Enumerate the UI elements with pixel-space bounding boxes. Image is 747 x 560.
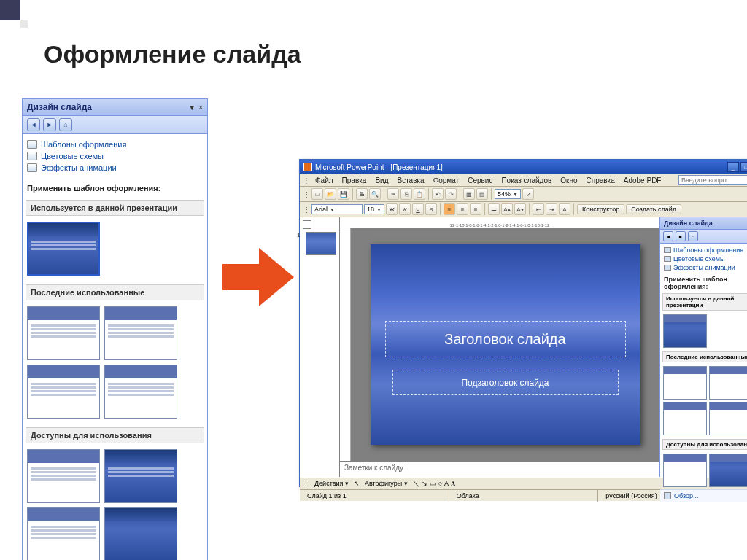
subtitle-placeholder[interactable]: Подзаголовок слайда	[392, 370, 619, 395]
slide-thumbnail-1[interactable]	[306, 232, 336, 255]
nav-back-icon[interactable]: ◄	[663, 231, 673, 241]
arrow-icon[interactable]: ↘	[422, 480, 427, 487]
bullets-icon[interactable]: ≔	[488, 203, 500, 215]
status-template-name: Облака	[449, 490, 599, 502]
template-thumb[interactable]	[709, 402, 747, 435]
wordart-icon[interactable]: 𝐀	[451, 480, 456, 488]
cut-icon[interactable]: ✂	[387, 188, 399, 200]
italic-icon[interactable]: К	[399, 203, 411, 215]
link-color-schemes[interactable]: Цветовые схемы	[27, 150, 203, 162]
bold-icon[interactable]: Ж	[386, 203, 398, 215]
maximize-button[interactable]: □	[740, 162, 747, 172]
window-titlebar: Microsoft PowerPoint - [Презентация1] _ …	[300, 160, 747, 174]
link-design-templates[interactable]: Шаблоны оформления	[27, 139, 203, 150]
font-color-icon[interactable]: A	[559, 203, 570, 215]
copy-icon[interactable]: ⎘	[400, 188, 412, 200]
menu-file[interactable]: Файл	[311, 176, 337, 185]
template-thumb[interactable]	[663, 454, 707, 487]
menu-adobe-pdf[interactable]: Adobe PDF	[620, 176, 665, 185]
outline-tab-icon[interactable]	[303, 220, 311, 229]
menu-view[interactable]: Вид	[371, 176, 392, 185]
align-right-icon[interactable]: ≡	[470, 203, 481, 215]
taskpane-close-icon[interactable]: ×	[198, 104, 203, 112]
font-name-combo[interactable]: Arial▼	[311, 204, 363, 214]
template-thumb-current[interactable]	[663, 314, 707, 348]
menu-tools[interactable]: Сервис	[464, 176, 496, 185]
template-thumb[interactable]	[27, 306, 100, 360]
template-thumb[interactable]	[104, 508, 177, 560]
menu-format[interactable]: Формат	[430, 176, 463, 185]
menu-slideshow[interactable]: Показ слайдов	[498, 176, 555, 185]
template-thumb[interactable]	[27, 508, 100, 560]
taskpane-header: Дизайн слайда ▼ ×	[23, 99, 207, 116]
toolbar-grip-icon: ⋮	[303, 206, 310, 214]
taskpane-menu-dropdown[interactable]: ▼	[188, 104, 196, 112]
align-center-icon[interactable]: ≡	[457, 203, 468, 215]
nav-home-icon[interactable]: ⌂	[688, 231, 698, 241]
template-thumb[interactable]	[104, 365, 177, 419]
link-design-templates[interactable]: Шаблоны оформления	[664, 246, 747, 254]
align-left-icon[interactable]: ≡	[444, 203, 455, 215]
line-icon[interactable]: ＼	[413, 479, 419, 489]
print-icon[interactable]: 🖶	[356, 188, 368, 200]
increase-indent-icon[interactable]: ⇥	[546, 203, 557, 215]
template-thumb-current[interactable]	[27, 222, 100, 276]
new-slide-button[interactable]: Создать слайд	[626, 204, 681, 214]
slide-thumbnail-pane: 1	[300, 217, 340, 477]
template-thumb[interactable]	[27, 365, 100, 419]
increase-font-icon[interactable]: A▴	[501, 203, 513, 215]
minimize-button[interactable]: _	[727, 162, 739, 172]
oval-icon[interactable]: ○	[438, 480, 442, 487]
nav-back-icon[interactable]: ◄	[27, 118, 40, 131]
powerpoint-window: Microsoft PowerPoint - [Презентация1] _ …	[299, 159, 747, 487]
link-animation-effects[interactable]: Эффекты анимации	[27, 162, 203, 174]
textbox-icon[interactable]: A	[444, 480, 449, 487]
decrease-indent-icon[interactable]: ⇤	[533, 203, 544, 215]
designer-button[interactable]: Конструктор	[577, 204, 624, 214]
new-icon[interactable]: □	[311, 188, 323, 200]
template-thumb[interactable]	[104, 449, 177, 503]
animation-icon	[27, 163, 37, 172]
preview-icon[interactable]: 🔍	[369, 188, 381, 200]
template-thumb[interactable]	[663, 366, 707, 400]
undo-icon[interactable]: ↶	[432, 188, 444, 200]
redo-icon[interactable]: ↷	[445, 188, 457, 200]
template-thumb[interactable]	[709, 366, 747, 400]
select-icon[interactable]: ↖	[354, 480, 360, 487]
menu-edit[interactable]: Правка	[338, 176, 371, 185]
font-size-combo[interactable]: 18▼	[364, 204, 384, 214]
vertical-ruler	[340, 228, 351, 461]
decrease-font-icon[interactable]: A▾	[514, 203, 526, 215]
save-icon[interactable]: 💾	[338, 188, 349, 200]
link-color-schemes[interactable]: Цветовые схемы	[664, 254, 747, 263]
paste-icon[interactable]: 📋	[414, 188, 425, 200]
help-icon[interactable]: ?	[522, 188, 534, 200]
nav-home-icon[interactable]: ⌂	[59, 118, 72, 131]
rectangle-icon[interactable]: ▭	[430, 480, 436, 487]
title-placeholder[interactable]: Заголовок слайда	[385, 321, 626, 357]
shadow-icon[interactable]: S	[425, 203, 437, 215]
notes-pane[interactable]: Заметки к слайду	[340, 461, 659, 477]
menu-insert[interactable]: Вставка	[393, 176, 427, 185]
draw-actions-menu[interactable]: Действия ▾	[311, 480, 352, 487]
template-thumb[interactable]	[709, 454, 747, 487]
underline-icon[interactable]: Ч	[412, 203, 424, 215]
menu-help[interactable]: Справка	[583, 176, 619, 185]
slide-canvas[interactable]: Заголовок слайда Подзаголовок слайда	[371, 244, 640, 445]
link-animation-effects[interactable]: Эффекты анимации	[664, 263, 747, 272]
table-icon[interactable]: ▦	[463, 188, 475, 200]
nav-forward-icon[interactable]: ►	[43, 118, 56, 131]
help-question-input[interactable]	[678, 175, 747, 185]
design-task-pane-right: Дизайн слайда▼ × ◄►⌂ Шаблоны оформления …	[659, 217, 747, 477]
zoom-combo[interactable]: 54%▼	[495, 189, 521, 199]
menu-window[interactable]: Окно	[557, 176, 581, 185]
open-icon[interactable]: 📂	[325, 188, 336, 200]
template-thumb[interactable]	[27, 449, 100, 503]
section-recently-used: Последние использованные	[26, 284, 204, 300]
autoshapes-menu[interactable]: Автофигуры ▾	[362, 480, 411, 487]
nav-forward-icon[interactable]: ►	[676, 231, 686, 241]
template-thumb[interactable]	[104, 306, 177, 360]
chart-icon[interactable]: ▤	[476, 188, 488, 200]
apply-template-label: Применить шаблон оформления:	[23, 181, 207, 197]
template-thumb[interactable]	[663, 402, 707, 435]
